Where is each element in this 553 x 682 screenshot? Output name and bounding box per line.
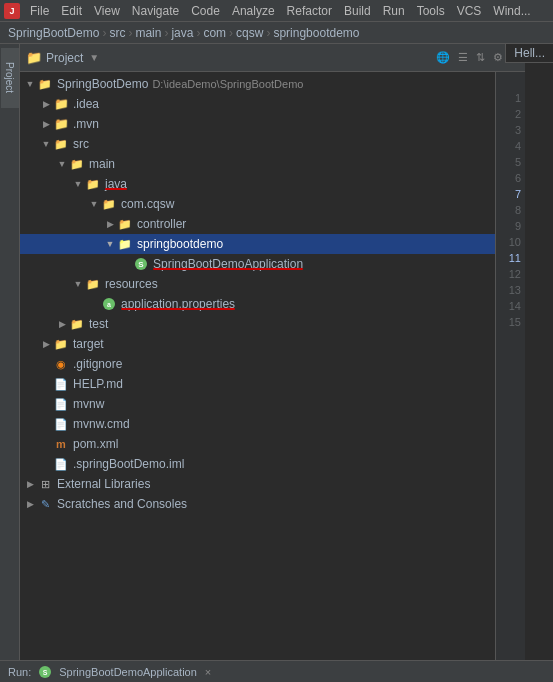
item-label-controller: controller [137, 217, 186, 231]
xml-icon: m [53, 436, 69, 452]
line-num-15: 15 [509, 314, 521, 330]
breadcrumb-part-0[interactable]: SpringBootDemo [8, 26, 99, 40]
item-label-springbootdemo: springbootdemo [137, 237, 223, 251]
line-num-2: 2 [515, 106, 521, 122]
arrow-main [56, 158, 68, 170]
line-num-1: 1 [515, 90, 521, 106]
tree-item-appprops[interactable]: a application.properties [20, 294, 495, 314]
tree-item-gitignore[interactable]: ◉ .gitignore [20, 354, 495, 374]
folder-icon-java: 📁 [85, 176, 101, 192]
svg-text:S: S [43, 669, 48, 676]
line-num-4: 4 [515, 138, 521, 154]
toolbar-title: 📁 Project ▼ [26, 50, 430, 65]
status-close-icon[interactable]: × [205, 666, 211, 678]
svg-text:S: S [138, 260, 144, 269]
tree-item-idea[interactable]: 📁 .idea [20, 94, 495, 114]
extlibs-icon: ⊞ [37, 476, 53, 492]
menu-refactor[interactable]: Refactor [281, 0, 338, 22]
tree-item-comcqsw[interactable]: 📁 com.cqsw [20, 194, 495, 214]
tree-item-root[interactable]: 📁 SpringBootDemo D:\ideaDemo\SpringBootD… [20, 74, 495, 94]
item-label-pomxml: pom.xml [73, 437, 118, 451]
tree-item-mvn[interactable]: 📁 .mvn [20, 114, 495, 134]
hello-tab[interactable]: Hell... [505, 44, 553, 63]
menu-vcs[interactable]: VCS [451, 0, 488, 22]
menu-view[interactable]: View [88, 0, 126, 22]
item-label-scratches: Scratches and Consoles [57, 497, 187, 511]
item-label-mvnwcmd: mvnw.cmd [73, 417, 130, 431]
breadcrumb-part-2[interactable]: main [135, 26, 161, 40]
menu-analyze[interactable]: Analyze [226, 0, 281, 22]
tree-item-iml[interactable]: 📄 .springBootDemo.iml [20, 454, 495, 474]
arrow-springbootdemo [104, 238, 116, 250]
tree-item-mvnw[interactable]: 📄 mvnw [20, 394, 495, 414]
folder-icon-test: 📁 [69, 316, 85, 332]
app-window: J File Edit View Navigate Code Analyze R… [0, 0, 553, 682]
menu-run[interactable]: Run [377, 0, 411, 22]
arrow-root [24, 78, 36, 90]
globe-icon[interactable]: 🌐 [434, 49, 452, 66]
line-num-7: 7 [515, 186, 521, 202]
arrow-mvnwcmd [40, 418, 52, 430]
folder-icon-idea: 📁 [53, 96, 69, 112]
item-label-gitignore: .gitignore [73, 357, 122, 371]
tree-item-pomxml[interactable]: m pom.xml [20, 434, 495, 454]
breadcrumb-part-6[interactable]: springbootdemo [273, 26, 359, 40]
side-tabs: Project [0, 44, 20, 660]
toolbar-title-text: Project [46, 51, 83, 65]
folder-icon-target: 📁 [53, 336, 69, 352]
arrow-test [56, 318, 68, 330]
arrow-java [72, 178, 84, 190]
project-icon: 📁 [37, 76, 53, 92]
side-tab-project[interactable]: Project [1, 48, 19, 108]
menu-code[interactable]: Code [185, 0, 226, 22]
tree-item-helpmd[interactable]: 📄 HELP.md [20, 374, 495, 394]
svg-text:a: a [107, 301, 111, 308]
arrow-idea [40, 98, 52, 110]
breadcrumb-part-5[interactable]: cqsw [236, 26, 263, 40]
status-app-name[interactable]: SpringBootDemoApplication [59, 666, 197, 678]
arrow-resources [72, 278, 84, 290]
tree-item-extlibs[interactable]: ⊞ External Libraries [20, 474, 495, 494]
item-label-mvn: .mvn [73, 117, 99, 131]
line-num-blank [518, 74, 521, 90]
menu-navigate[interactable]: Navigate [126, 0, 185, 22]
menu-tools[interactable]: Tools [411, 0, 451, 22]
menu-file[interactable]: File [24, 0, 55, 22]
arrow-mvn [40, 118, 52, 130]
item-label-src: src [73, 137, 89, 151]
tree-item-springbootapp[interactable]: S SpringBootDemoApplication [20, 254, 495, 274]
arrow-comcqsw [88, 198, 100, 210]
sort-icon[interactable]: ⇅ [474, 49, 487, 66]
tree-item-resources[interactable]: 📁 resources [20, 274, 495, 294]
arrow-gitignore [40, 358, 52, 370]
breadcrumb-part-4[interactable]: com [203, 26, 226, 40]
menu-build[interactable]: Build [338, 0, 377, 22]
status-run-label: Run: [8, 666, 31, 678]
folder-icon-controller: 📁 [117, 216, 133, 232]
settings-icon[interactable]: ⚙ [491, 49, 505, 66]
tree-item-controller[interactable]: 📁 controller [20, 214, 495, 234]
folder-icon-resources: 📁 [85, 276, 101, 292]
line-num-13: 13 [509, 282, 521, 298]
tree-item-main[interactable]: 📁 main [20, 154, 495, 174]
breadcrumb-part-1[interactable]: src [109, 26, 125, 40]
menu-window[interactable]: Wind... [487, 0, 536, 22]
tree-item-test[interactable]: 📁 test [20, 314, 495, 334]
tree-item-target[interactable]: 📁 target [20, 334, 495, 354]
tree-item-springbootdemo[interactable]: 📁 springbootdemo [20, 234, 495, 254]
tree-item-mvnwcmd[interactable]: 📄 mvnw.cmd [20, 414, 495, 434]
item-label-mvnw: mvnw [73, 397, 104, 411]
menu-edit[interactable]: Edit [55, 0, 88, 22]
tree-item-scratches[interactable]: ✎ Scratches and Consoles [20, 494, 495, 514]
breadcrumb-part-3[interactable]: java [171, 26, 193, 40]
item-label-helpmd: HELP.md [73, 377, 123, 391]
main-layout: Project 📁 Project ▼ 🌐 ☰ ⇅ ⚙ − [0, 44, 553, 660]
line-num-6: 6 [515, 170, 521, 186]
tree-item-java[interactable]: 📁 java [20, 174, 495, 194]
mvnw-icon: 📄 [53, 396, 69, 412]
tree-item-src[interactable]: 📁 src [20, 134, 495, 154]
list-icon[interactable]: ☰ [456, 49, 470, 66]
app-logo: J [4, 3, 20, 19]
file-tree: 📁 SpringBootDemo D:\ideaDemo\SpringBootD… [20, 72, 495, 660]
item-label-extlibs: External Libraries [57, 477, 150, 491]
